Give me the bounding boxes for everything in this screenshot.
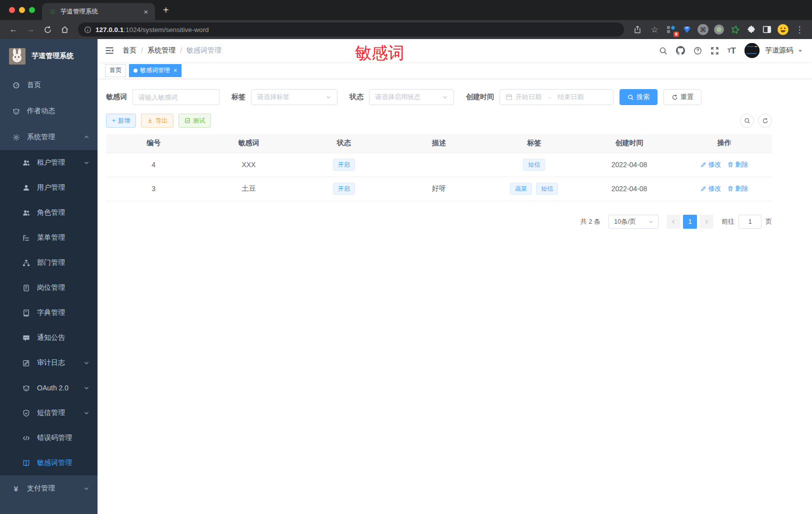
reset-button[interactable]: 重置 — [664, 89, 702, 105]
col-id: 编号 — [106, 134, 201, 153]
home-icon[interactable] — [57, 22, 72, 37]
font-size-icon[interactable]: TT — [728, 47, 736, 55]
new-tab-button[interactable]: + — [155, 3, 169, 20]
keyword-input[interactable] — [138, 94, 214, 101]
extensions-puzzle-icon[interactable] — [744, 23, 758, 37]
goto-label: 前往 — [722, 217, 734, 226]
close-window-button[interactable] — [9, 7, 15, 13]
sidebar-item-author-news[interactable]: 作者动态 — [0, 98, 98, 124]
minimize-window-button[interactable] — [19, 7, 25, 13]
delete-button[interactable]: 删除 — [728, 184, 748, 193]
bookmark-star-icon[interactable]: ☆ — [647, 22, 662, 37]
breadcrumb-home[interactable]: 首页 — [122, 46, 136, 55]
search-button[interactable]: 搜索 — [620, 89, 658, 105]
sidebar-item-post[interactable]: 岗位管理 — [0, 275, 98, 300]
page-size-select[interactable]: 10条/页 — [608, 215, 658, 229]
screen: 芋道管理系统 × + ← → 127.0.0.1:1024/system/sen… — [0, 0, 812, 514]
sidebar-item-role[interactable]: 角色管理 — [0, 200, 98, 225]
tab-close-icon[interactable]: × — [142, 8, 150, 16]
cell-description — [392, 153, 486, 177]
app-logo-row[interactable]: 芋道管理系统 — [0, 43, 98, 69]
refresh-table-button[interactable] — [758, 114, 772, 128]
extension-command-icon[interactable]: ⌘ — [696, 23, 710, 37]
tag-home[interactable]: 首页 — [105, 64, 126, 77]
dashboard-icon — [12, 82, 20, 89]
back-icon[interactable]: ← — [6, 22, 21, 37]
sidebar-item-oauth[interactable]: OAuth 2.0 — [0, 375, 98, 400]
tag-current[interactable]: 敏感词管理 × — [129, 64, 182, 77]
extension-grid-icon[interactable]: 9 — [664, 23, 678, 37]
system-submenu: 租户管理 用户管理 角色管理 菜单管理 — [0, 150, 98, 475]
chevron-down-icon — [84, 485, 90, 491]
status-select[interactable]: 请选择启用状态 — [369, 89, 454, 105]
profile-avatar-icon[interactable] — [776, 23, 790, 37]
browser-tab[interactable]: 芋道管理系统 × — [42, 3, 155, 20]
fullscreen-icon[interactable] — [710, 47, 719, 55]
add-button[interactable]: + 新增 — [106, 114, 136, 128]
extension-star-icon[interactable] — [728, 23, 742, 37]
cell-status: 开启 — [296, 177, 392, 201]
site-favicon — [49, 8, 56, 16]
sidebar-item-dict[interactable]: 字典管理 — [0, 300, 98, 325]
extension-gem-icon[interactable] — [680, 23, 694, 37]
sidebar-item-audit-log[interactable]: 审计日志 — [0, 350, 98, 375]
tag-close-icon[interactable]: × — [174, 67, 177, 74]
col-status: 状态 — [296, 134, 392, 153]
next-page-button[interactable] — [700, 215, 714, 229]
sidebar-item-error-code[interactable]: 错误码管理 — [0, 425, 98, 450]
test-button[interactable]: 测试 — [178, 114, 211, 128]
delete-button[interactable]: 删除 — [728, 160, 748, 169]
caret-down-icon[interactable] — [798, 48, 803, 54]
page-suffix: 页 — [766, 217, 772, 226]
edit-button[interactable]: 修改 — [700, 184, 721, 193]
site-info-icon[interactable] — [84, 26, 92, 34]
page-number-button[interactable]: 1 — [683, 215, 697, 229]
robot-icon — [22, 384, 30, 392]
extension-record-icon[interactable] — [712, 23, 726, 37]
hamburger-icon[interactable] — [104, 46, 114, 56]
help-icon[interactable] — [694, 47, 702, 55]
app-logo-icon — [9, 48, 26, 65]
browser-menu-icon[interactable]: ⋮ — [792, 22, 807, 37]
edit-button[interactable]: 修改 — [700, 160, 721, 169]
date-range-picker[interactable]: 开始日期 - 结束日期 — [500, 89, 614, 105]
plus-icon: + — [112, 117, 116, 124]
share-icon[interactable] — [630, 22, 645, 37]
zoom-window-button[interactable] — [29, 7, 35, 13]
github-icon[interactable] — [676, 46, 685, 55]
username-text[interactable]: 芋道源码 — [765, 46, 793, 55]
sidebar-item-sms[interactable]: 短信管理 — [0, 400, 98, 425]
tag-select[interactable]: 请选择标签 — [251, 89, 338, 105]
browser-toolbar: ← → 127.0.0.1:1024/system/sensitive-word… — [0, 20, 812, 39]
search-icon — [744, 118, 750, 124]
sidebar-item-sensitive-word[interactable]: 敏感词管理 — [0, 450, 98, 475]
sidebar-item-notice[interactable]: 通知公告 — [0, 325, 98, 350]
show-search-toggle-button[interactable] — [740, 114, 754, 128]
sensitive-word-table: 编号 敏感词 状态 描述 标签 创建时间 操作 4 XXX — [106, 134, 772, 201]
extension-badge: 9 — [674, 32, 679, 37]
pencil-icon — [700, 186, 706, 192]
url-bar[interactable]: 127.0.0.1:1024/system/sensitive-word — [78, 23, 624, 37]
sidebar-item-home[interactable]: 首页 — [0, 72, 98, 98]
user-avatar[interactable] — [744, 43, 760, 58]
trash-icon — [728, 162, 734, 168]
sidebar-item-dept[interactable]: 部门管理 — [0, 250, 98, 275]
breadcrumb-system[interactable]: 系统管理 — [148, 46, 176, 55]
sidebar-item-system[interactable]: 系统管理 — [0, 124, 98, 150]
roles-icon — [22, 209, 30, 217]
reload-icon[interactable] — [40, 22, 55, 37]
prev-page-button[interactable] — [666, 215, 680, 229]
search-icon[interactable] — [659, 47, 668, 55]
sidebar-item-user[interactable]: 用户管理 — [0, 175, 98, 200]
goto-page-input[interactable] — [738, 215, 762, 229]
sidebar-item-menu[interactable]: 菜单管理 — [0, 225, 98, 250]
sidebar-item-pay[interactable]: ¥ 支付管理 — [0, 475, 98, 501]
tags-view: 首页 敏感词管理 × — [98, 62, 812, 79]
url-path: :1024/system/sensitive-word — [124, 26, 208, 34]
chevron-down-icon — [84, 160, 90, 166]
forward-icon[interactable]: → — [23, 22, 38, 37]
export-button[interactable]: 导出 — [141, 114, 174, 128]
side-panel-icon[interactable] — [760, 23, 774, 37]
window-controls — [0, 0, 42, 20]
sidebar-item-tenant[interactable]: 租户管理 — [0, 150, 98, 175]
